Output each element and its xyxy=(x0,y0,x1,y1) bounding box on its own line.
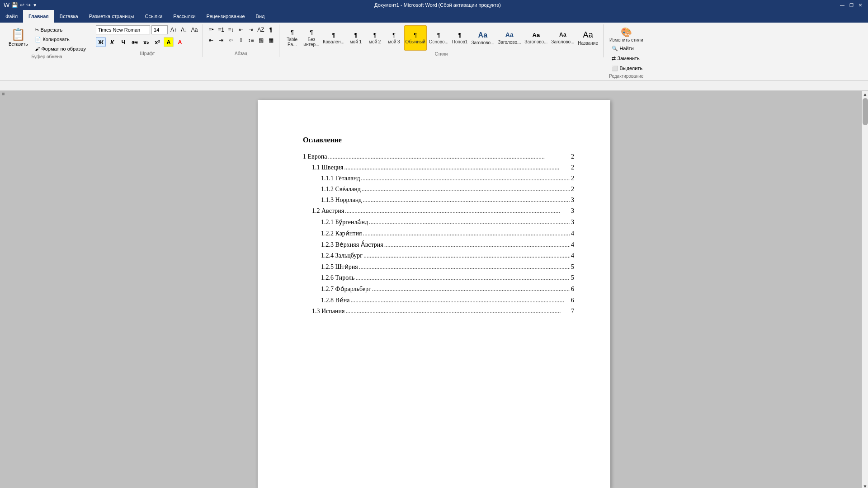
text-highlight-button[interactable]: А xyxy=(164,37,174,47)
align-left-button[interactable]: ⇤ xyxy=(207,36,216,45)
style-heading3[interactable]: Аа Заголово... xyxy=(523,25,549,51)
paragraph-group: ≡• ≡1 ≡↓ ⇤ ⇥ AZ ¶ ⇤ ⇥ ⇦ ⇧ ↕≡ ▧ ▦ Абзац xyxy=(203,24,279,57)
main-area: Оглавление 1 Европа ....................… xyxy=(0,91,868,488)
redo-icon[interactable]: ↪ xyxy=(26,2,31,8)
styles-group: ¶ Table Pa... ¶ Без интер... ¶ Ковален..… xyxy=(279,24,604,57)
search-icon: 🔍 xyxy=(612,46,618,52)
document[interactable]: Оглавление 1 Европа ....................… xyxy=(258,100,610,488)
quick-save-icon[interactable]: 💾 xyxy=(11,2,18,8)
style-heading4[interactable]: Аа Заголово... xyxy=(550,25,576,51)
style-kovalenn[interactable]: ¶ Ковален... xyxy=(321,25,345,51)
toc-entry-1-1-1: 1.1.1 Гёталанд .........................… xyxy=(321,175,574,182)
toc-entry-1-2-7: 1.2.7 Фо́рарльберг .....................… xyxy=(321,285,574,293)
find-button[interactable]: 🔍 Найти xyxy=(609,44,645,53)
underline-button[interactable]: Ч xyxy=(118,37,128,47)
style-normal[interactable]: ¶ Обычный xyxy=(404,25,427,51)
style-table-par[interactable]: ¶ Table Pa... xyxy=(283,25,301,51)
editing-group: 🎨 Изменить стили 🔍 Найти ⇄ Заменить ⬜ Вы… xyxy=(604,24,649,80)
toc-entry-1-3: 1.3 Испания ............................… xyxy=(312,308,574,315)
word-logo-icon: W xyxy=(4,1,9,9)
restore-button[interactable]: ❐ xyxy=(847,1,855,9)
format-painter-button[interactable]: 🖌 Формат по образцу xyxy=(33,44,88,53)
clear-format-button[interactable]: Аа xyxy=(190,25,199,34)
editing-group-label: Редактирование xyxy=(609,73,643,79)
scroll-up-button[interactable]: ▲ xyxy=(862,91,868,97)
align-right-button[interactable]: ⇦ xyxy=(226,36,236,45)
number-list-button[interactable]: ≡1 xyxy=(217,25,226,34)
justify-button[interactable]: ⇧ xyxy=(236,36,245,45)
minimize-button[interactable]: — xyxy=(838,1,846,9)
scroll-thumb[interactable] xyxy=(863,98,868,125)
strikethrough-button[interactable]: зч xyxy=(130,37,140,47)
style-title[interactable]: Аа Название xyxy=(576,25,599,51)
tab-view[interactable]: Вид xyxy=(250,10,270,23)
change-styles-icon: 🎨 xyxy=(621,27,632,38)
toc-entry-1: 1 Европа ...............................… xyxy=(303,153,574,160)
scissors-icon: ✂ xyxy=(35,27,39,33)
change-styles-button[interactable]: 🎨 Изменить стили xyxy=(607,25,645,44)
bullet-list-button[interactable]: ≡• xyxy=(207,25,216,34)
borders-button[interactable]: ▦ xyxy=(266,36,275,45)
align-center-button[interactable]: ⇥ xyxy=(217,36,226,45)
outdent-button[interactable]: ⇤ xyxy=(236,25,245,34)
style-heading1[interactable]: Аа Заголово... xyxy=(470,25,495,51)
font-group: А↑ А↓ Аа Ж К Ч зч x₂ x² А А Шрифт xyxy=(92,24,203,57)
tab-mailings[interactable]: Рассылки xyxy=(168,10,201,23)
document-area[interactable]: Оглавление 1 Европа ....................… xyxy=(6,91,862,488)
font-color-button[interactable]: А xyxy=(175,37,185,47)
multilevel-list-button[interactable]: ≡↓ xyxy=(226,25,236,34)
vertical-scrollbar[interactable]: ▲ ▼ xyxy=(862,91,868,488)
style-basic[interactable]: ¶ Осново... xyxy=(428,25,450,51)
bold-button[interactable]: Ж xyxy=(96,37,106,47)
tab-insert[interactable]: Вставка xyxy=(54,10,84,23)
line-spacing-button[interactable]: ↕≡ xyxy=(246,36,255,45)
style-my1[interactable]: ¶ мой 1 xyxy=(347,25,365,51)
toc-entry-1-1-2: 1.1.2 Свéаланд .........................… xyxy=(321,186,574,193)
font-name-input[interactable] xyxy=(96,25,150,34)
style-popov1[interactable]: ¶ Попов1 xyxy=(451,25,469,51)
undo-icon[interactable]: ↩ xyxy=(20,2,24,8)
toc-entry-1-2-8: 1.2.8 Ве́на ............................… xyxy=(321,296,574,304)
tab-references[interactable]: Ссылки xyxy=(139,10,168,23)
replace-icon: ⇄ xyxy=(612,56,616,61)
copy-icon: 📄 xyxy=(35,37,41,42)
style-no-spacing[interactable]: ¶ Без интер... xyxy=(302,25,321,51)
toc-entry-1-2: 1.2 Австрия ............................… xyxy=(312,207,574,215)
paste-button[interactable]: 📋 Вставить xyxy=(5,25,31,49)
tab-file[interactable]: Главная xyxy=(23,10,54,23)
close-button[interactable]: ✕ xyxy=(856,1,864,9)
select-button[interactable]: ⬜ Выделить xyxy=(609,64,645,73)
paragraph-group-label: Абзац xyxy=(235,50,247,56)
toc-entry-1-1: 1.1 Швеция .............................… xyxy=(312,164,574,171)
clipboard-group: 📋 Вставить ✂ Вырезать 📄 Копировать 🖌 Фор… xyxy=(2,24,92,60)
subscript-button[interactable]: x₂ xyxy=(141,37,151,47)
grow-font-button[interactable]: А↑ xyxy=(169,25,178,34)
style-my3[interactable]: ¶ мой 3 xyxy=(385,25,403,51)
italic-button[interactable]: К xyxy=(107,37,117,47)
scroll-down-button[interactable]: ▼ xyxy=(862,483,868,488)
font-size-input[interactable] xyxy=(151,25,168,34)
format-painter-icon: 🖌 xyxy=(35,46,40,52)
styles-group-label: Стили xyxy=(435,51,448,56)
replace-button[interactable]: ⇄ Заменить xyxy=(609,54,645,63)
cut-button[interactable]: ✂ Вырезать xyxy=(33,25,88,34)
copy-button[interactable]: 📄 Копировать xyxy=(33,35,88,44)
left-sidebar xyxy=(0,91,6,488)
style-my2[interactable]: ¶ мой 2 xyxy=(366,25,384,51)
tab-page-layout[interactable]: Разметка страницы xyxy=(84,10,140,23)
ruler xyxy=(0,81,868,91)
customize-icon[interactable]: ▼ xyxy=(33,3,37,8)
sort-button[interactable]: AZ xyxy=(256,25,265,34)
style-heading2[interactable]: Аа Заголово... xyxy=(496,25,522,51)
toc-entry-1-2-6: 1.2.6 Тироль ...........................… xyxy=(321,274,574,282)
tab-review[interactable]: Рецензирование xyxy=(201,10,250,23)
ribbon-content: 📋 Вставить ✂ Вырезать 📄 Копировать 🖌 Фор… xyxy=(0,23,868,81)
indent-button[interactable]: ⇥ xyxy=(246,25,255,34)
superscript-button[interactable]: x² xyxy=(152,37,162,47)
tab-home[interactable]: Файл xyxy=(0,10,23,23)
show-marks-button[interactable]: ¶ xyxy=(266,25,275,34)
select-icon: ⬜ xyxy=(612,66,618,71)
shrink-font-button[interactable]: А↓ xyxy=(179,25,189,34)
shading-button[interactable]: ▧ xyxy=(256,36,265,45)
toc-entry-1-2-3: 1.2.3 Ве́рхняя А́встрия ................… xyxy=(321,241,574,249)
